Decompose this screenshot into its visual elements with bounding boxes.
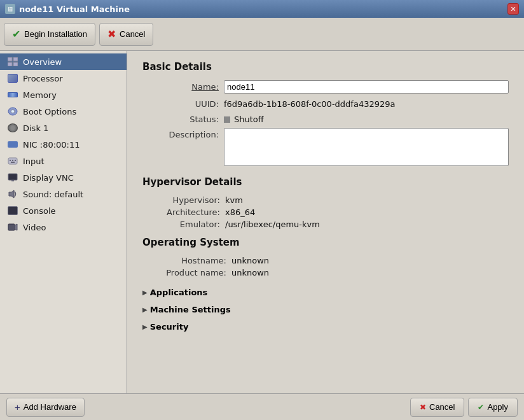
- apply-btn-icon: ✔: [478, 403, 484, 412]
- uuid-label: UUID:: [142, 97, 219, 109]
- cancel-button-label: Cancel: [429, 402, 455, 412]
- svg-rect-0: [8, 57, 12, 61]
- machine-settings-label: Machine Settings: [150, 305, 231, 314]
- security-arrow: ▶: [142, 323, 148, 330]
- name-input[interactable]: [224, 80, 509, 94]
- sidebar-item-memory-label: Memory: [23, 90, 57, 100]
- sidebar-item-input-label: Input: [23, 157, 45, 166]
- input-icon: [6, 156, 19, 166]
- description-textarea[interactable]: [224, 128, 509, 166]
- hypervisor-grid: Hypervisor: kvm Architecture: x86_64 Emu…: [142, 195, 509, 229]
- security-header[interactable]: ▶ Security: [142, 319, 509, 334]
- sidebar-item-video[interactable]: Video: [0, 219, 127, 235]
- machine-settings-collapsible: ▶ Machine Settings: [142, 302, 509, 317]
- basic-details-form: Name: UUID: f6d9a6db-1b18-608f-0c00-dddf…: [142, 80, 509, 166]
- os-title: Operating System: [142, 237, 509, 248]
- begin-installation-button[interactable]: ✔ Begin Installation: [4, 23, 95, 46]
- uuid-value: f6d9a6db-1b18-608f-0c00-dddfa432929a: [224, 97, 509, 109]
- svg-rect-9: [15, 160, 16, 161]
- add-icon: +: [15, 402, 20, 412]
- svg-rect-3: [13, 62, 18, 66]
- svg-rect-7: [10, 160, 11, 161]
- svg-rect-2: [8, 62, 12, 66]
- svg-rect-12: [11, 180, 14, 181]
- apply-button[interactable]: ✔ Apply: [468, 398, 518, 417]
- sidebar-item-overview[interactable]: Overview: [0, 53, 127, 70]
- begin-installation-label: Begin Installation: [24, 29, 87, 39]
- sidebar-item-disk1[interactable]: Disk 1: [0, 120, 127, 136]
- sidebar-item-sound[interactable]: Sound: default: [0, 186, 127, 202]
- security-label: Security: [150, 322, 189, 332]
- product-label: Product name:: [142, 268, 231, 277]
- nic-icon: [6, 139, 19, 150]
- status-dot: [224, 116, 230, 123]
- sidebar-item-input[interactable]: Input: [0, 153, 127, 169]
- architecture-value: x86_64: [225, 207, 509, 217]
- cancel-icon: ✖: [107, 28, 116, 40]
- machine-settings-header[interactable]: ▶ Machine Settings: [142, 302, 509, 317]
- add-hardware-label: Add Hardware: [24, 402, 76, 412]
- emulator-value: /usr/libexec/qemu-kvm: [225, 220, 509, 229]
- sidebar-item-boot-options[interactable]: Boot Options: [0, 103, 127, 120]
- bottombar-right: ✖ Cancel ✔ Apply: [410, 398, 518, 417]
- sidebar-item-video-label: Video: [23, 223, 46, 232]
- svg-rect-1: [13, 57, 18, 61]
- sidebar: Overview Processor Memory Boot Options D: [0, 51, 127, 393]
- window-title: node11 Virtual Machine: [19, 4, 130, 14]
- main-layout: Overview Processor Memory Boot Options D: [0, 51, 524, 393]
- sidebar-item-overview-label: Overview: [23, 57, 62, 67]
- sidebar-item-display-vnc[interactable]: Display VNC: [0, 169, 127, 186]
- sidebar-item-boot-options-label: Boot Options: [23, 107, 76, 116]
- applications-header[interactable]: ▶ Applications: [142, 285, 509, 300]
- cancel-button[interactable]: ✖ Cancel: [410, 398, 464, 417]
- applications-collapsible: ▶ Applications: [142, 285, 509, 300]
- security-collapsible: ▶ Security: [142, 319, 509, 334]
- applications-label: Applications: [150, 288, 208, 297]
- description-label: Description:: [142, 128, 219, 139]
- hypervisor-section: Hypervisor Details Hypervisor: kvm Archi…: [142, 176, 509, 229]
- hostname-value: unknown: [231, 256, 509, 265]
- basic-details-section: Basic Details Name: UUID: f6d9a6db-1b18-…: [142, 61, 509, 166]
- os-section: Operating System Hostname: unknown Produ…: [142, 237, 509, 277]
- add-hardware-button[interactable]: + Add Hardware: [6, 398, 85, 417]
- processor-icon: [6, 73, 19, 83]
- applications-arrow: ▶: [142, 289, 148, 296]
- status-label: Status:: [142, 113, 219, 124]
- sidebar-item-console-label: Console: [23, 206, 56, 216]
- sidebar-item-processor-label: Processor: [23, 74, 63, 83]
- sidebar-item-nic-label: NIC :80:00:11: [23, 140, 80, 150]
- svg-rect-11: [8, 174, 17, 180]
- boot-icon: [6, 106, 19, 116]
- sidebar-item-console[interactable]: Console: [0, 202, 127, 219]
- video-icon: [6, 222, 19, 232]
- cancel-toolbar-button[interactable]: ✖ Cancel: [99, 23, 153, 46]
- content-area: Basic Details Name: UUID: f6d9a6db-1b18-…: [127, 51, 524, 393]
- basic-details-title: Basic Details: [142, 61, 509, 73]
- bottombar: + Add Hardware ✖ Cancel ✔ Apply: [0, 393, 524, 420]
- sidebar-item-display-vnc-label: Display VNC: [23, 173, 74, 183]
- sidebar-item-sound-label: Sound: default: [23, 190, 83, 199]
- display-icon: [6, 172, 19, 183]
- memory-icon: [6, 90, 19, 100]
- svg-rect-14: [8, 224, 15, 230]
- sidebar-item-nic[interactable]: NIC :80:00:11: [0, 136, 127, 153]
- window-close-button[interactable]: ✕: [507, 3, 519, 15]
- svg-rect-8: [12, 160, 13, 161]
- sidebar-item-processor[interactable]: Processor: [0, 70, 127, 87]
- svg-marker-15: [15, 224, 17, 230]
- sidebar-item-memory[interactable]: Memory: [0, 87, 127, 103]
- sidebar-item-disk1-label: Disk 1: [23, 123, 48, 133]
- svg-marker-13: [9, 190, 14, 198]
- disk-icon: [6, 123, 19, 133]
- toolbar: ✔ Begin Installation ✖ Cancel: [0, 18, 524, 51]
- hypervisor-label: Hypervisor:: [142, 195, 225, 205]
- name-label: Name:: [142, 80, 219, 92]
- cancel-btn-icon: ✖: [420, 403, 426, 412]
- architecture-label: Architecture:: [142, 207, 225, 217]
- hostname-label: Hostname:: [142, 256, 231, 265]
- titlebar: 🖥 node11 Virtual Machine ✕: [0, 0, 524, 18]
- apply-button-label: Apply: [487, 402, 508, 412]
- checkmark-icon: ✔: [12, 28, 20, 40]
- hypervisor-value: kvm: [225, 195, 509, 205]
- window-icon: 🖥: [5, 4, 15, 14]
